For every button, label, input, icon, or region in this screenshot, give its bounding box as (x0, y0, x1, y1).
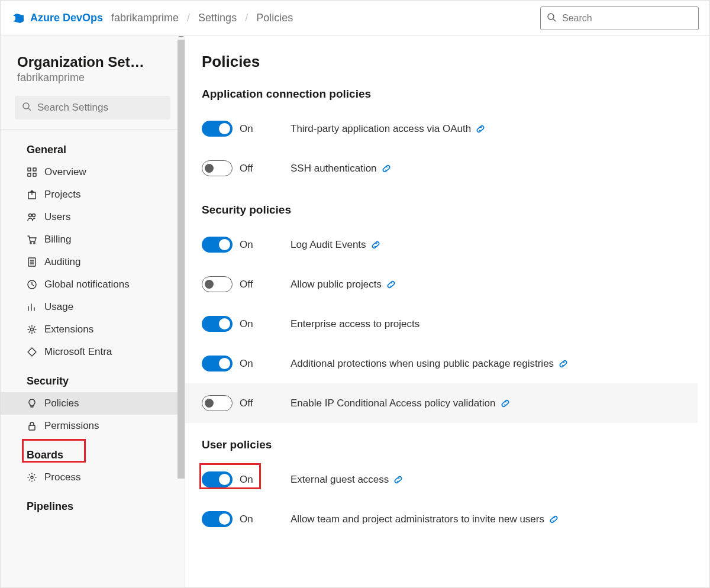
sidebar-item-label: Global notifications (44, 279, 130, 290)
chart-icon (27, 302, 37, 312)
toggle-state-label: On (240, 318, 253, 330)
global-search-input[interactable] (562, 13, 692, 24)
toggle-switch[interactable] (202, 356, 233, 371)
svg-rect-22 (29, 425, 35, 430)
sidebar-item-label: Policies (44, 398, 79, 409)
svg-point-2 (23, 103, 29, 109)
sidebar-item-extensions[interactable]: Extensions (1, 318, 185, 341)
sidebar-item-label: Extensions (44, 324, 93, 335)
sidebar-subtitle: fabrikamprime (1, 70, 185, 92)
sidebar-title: Organization Settin... (1, 50, 162, 70)
toggle-switch[interactable] (202, 121, 233, 137)
link-icon[interactable] (371, 240, 380, 250)
global-search[interactable] (540, 7, 699, 30)
sidebar-item-label: Users (44, 211, 70, 223)
link-icon[interactable] (549, 515, 559, 524)
toggle-switch[interactable] (202, 160, 233, 176)
breadcrumb: fabrikamprime / Settings / Policies (111, 12, 293, 24)
list-icon (27, 257, 37, 267)
breadcrumb-policies[interactable]: Policies (256, 12, 293, 24)
policy-label: Enterprise access to projects (291, 318, 419, 330)
breadcrumb-separator: / (245, 12, 248, 24)
policy-row: Off Allow public projects (202, 264, 681, 304)
policy-label: External guest access (291, 474, 389, 486)
sidebar-scrollbar[interactable] (178, 40, 185, 479)
link-icon[interactable] (393, 475, 403, 484)
policy-label: Log Audit Events (291, 239, 366, 251)
sidebar-item-process[interactable]: Process (1, 466, 185, 489)
toggle-state-label: On (240, 123, 253, 135)
sidebar-group-general: General (1, 132, 185, 161)
divider (1, 129, 185, 130)
policy-row: On External guest access (202, 460, 681, 499)
sidebar-item-label: Projects (44, 189, 80, 201)
toggle-switch[interactable] (202, 237, 233, 253)
sidebar-item-usage[interactable]: Usage (1, 296, 185, 318)
gear-icon (27, 324, 37, 335)
section-title-sec: Security policies (202, 203, 681, 217)
toggle-switch[interactable] (202, 395, 233, 411)
toggle-switch[interactable] (202, 471, 233, 487)
sidebar-item-overview[interactable]: Overview (1, 161, 185, 183)
link-icon[interactable] (476, 124, 485, 134)
toggle-state-label: On (240, 513, 253, 525)
section-title-user: User policies (202, 438, 681, 451)
svg-point-9 (29, 214, 32, 217)
toggle-switch[interactable] (202, 511, 233, 527)
sidebar-item-projects[interactable]: Projects (1, 183, 185, 206)
sidebar-item-policies[interactable]: Policies (1, 392, 185, 415)
toggle-state-label: On (240, 358, 253, 370)
policy-label: Allow public projects (291, 279, 382, 290)
svg-rect-7 (33, 173, 36, 176)
svg-point-21 (31, 328, 34, 331)
sidebar-item-label: Usage (44, 301, 73, 313)
sidebar-item-billing[interactable]: Billing (1, 228, 185, 251)
svg-point-23 (31, 476, 33, 479)
policy-label: Additional protections when using public… (291, 358, 554, 370)
sidebar-search[interactable] (15, 96, 170, 119)
policy-label: Third-party application access via OAuth (291, 123, 471, 135)
header: Azure DevOps fabrikamprime / Settings / … (1, 1, 709, 36)
link-icon[interactable] (386, 280, 396, 289)
breadcrumb-org[interactable]: fabrikamprime (111, 12, 179, 24)
breadcrumb-settings[interactable]: Settings (198, 12, 237, 24)
toggle-state-label: On (240, 474, 253, 486)
sidebar-item-label: Microsoft Entra (44, 346, 112, 358)
link-icon[interactable] (559, 359, 568, 369)
sidebar-search-input[interactable] (37, 102, 163, 114)
link-icon[interactable] (382, 164, 391, 173)
svg-rect-5 (33, 168, 36, 171)
link-icon[interactable] (501, 399, 510, 408)
brand-label: Azure DevOps (30, 12, 103, 24)
sidebar-item-auditing[interactable]: Auditing (1, 251, 185, 273)
toggle-switch[interactable] (202, 316, 233, 332)
search-icon (547, 12, 556, 24)
toggle-switch[interactable] (202, 276, 233, 292)
svg-point-12 (34, 243, 35, 244)
svg-point-0 (548, 14, 554, 20)
breadcrumb-separator: / (187, 12, 190, 24)
sidebar-item-permissions[interactable]: Permissions (1, 415, 185, 437)
sidebar-item-microsoft-entra[interactable]: Microsoft Entra (1, 341, 185, 363)
policy-row: Off SSH authentication (202, 148, 681, 188)
policy-row: On Additional protections when using pub… (202, 344, 681, 383)
sidebar: Organization Settin... fabrikamprime Gen… (1, 36, 185, 587)
search-icon (22, 102, 31, 114)
brand[interactable]: Azure DevOps (11, 11, 103, 25)
page-title: Policies (202, 53, 681, 71)
svg-line-3 (28, 108, 31, 111)
export-icon (27, 189, 37, 200)
policy-label: Allow team and project administrators to… (291, 513, 544, 525)
scroll-up-icon[interactable] (178, 36, 184, 37)
sidebar-item-label: Auditing (44, 256, 80, 268)
sidebar-item-label: Overview (44, 166, 86, 178)
diamond-icon (27, 347, 37, 357)
sidebar-item-label: Permissions (44, 420, 99, 432)
main-content: Policies Application connection policies… (185, 36, 709, 587)
svg-point-10 (33, 214, 36, 217)
sidebar-item-users[interactable]: Users (1, 206, 185, 228)
svg-line-1 (553, 19, 556, 21)
azure-devops-logo-icon (11, 11, 25, 25)
cog-icon (27, 472, 37, 483)
sidebar-item-global-notifications[interactable]: Global notifications (1, 273, 185, 296)
